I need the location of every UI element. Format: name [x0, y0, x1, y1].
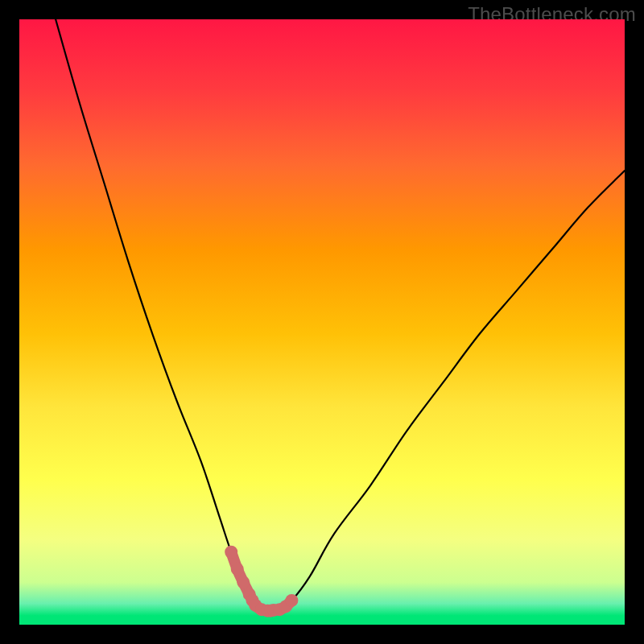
highlight-dot: [225, 546, 237, 559]
highlight-dot: [231, 563, 244, 576]
highlight-dot: [285, 594, 298, 607]
gradient-background: [19, 19, 625, 625]
highlight-dot: [237, 576, 250, 588]
chart-frame: TheBottleneck.com: [0, 0, 644, 644]
chart-svg: [19, 19, 625, 625]
plot-area: [19, 19, 625, 625]
